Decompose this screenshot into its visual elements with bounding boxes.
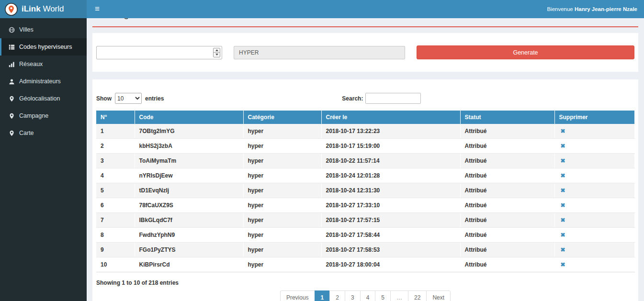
- page-size-select[interactable]: 10: [115, 93, 142, 104]
- cell-created: 2018-10-17 15:19:00: [321, 139, 460, 154]
- cell-category: hyper: [243, 243, 321, 257]
- cell-status: Attribué: [460, 139, 554, 154]
- cell-delete: ✖: [554, 154, 634, 168]
- main-content: Codes générés Generate Show 10 entries S…: [87, 0, 644, 301]
- cell-code: FwdhzYphN9: [135, 228, 243, 243]
- table-row: 3ToAiMymaTmhyper2018-10-22 11:57:14Attri…: [96, 154, 634, 168]
- cell-created: 2018-10-27 18:00:04: [321, 257, 460, 272]
- pagination-page-22[interactable]: 22: [408, 290, 427, 301]
- delete-icon[interactable]: ✖: [559, 187, 565, 194]
- delete-icon[interactable]: ✖: [559, 202, 565, 209]
- pagination-page-2[interactable]: 2: [329, 290, 345, 301]
- sidebar-item-villes[interactable]: Villes: [0, 21, 87, 38]
- title-divider: [92, 26, 638, 27]
- pagination-previous[interactable]: Previous: [280, 290, 315, 301]
- sidebar-item-carte[interactable]: Carte: [0, 124, 87, 142]
- search-input[interactable]: [365, 93, 421, 104]
- column-header-categorie[interactable]: Catégorie: [243, 111, 321, 124]
- cell-code: tD1EvqNzIj: [135, 183, 243, 198]
- table-row: 7IBkGLqdC7fhyper2018-10-27 17:57:15Attri…: [96, 213, 634, 228]
- quantity-input[interactable]: [96, 46, 222, 59]
- delete-icon[interactable]: ✖: [559, 261, 565, 268]
- table-row: 9FGo1PyZTYShyper2018-10-27 17:58:53Attri…: [96, 243, 634, 257]
- stepper-up-icon[interactable]: [214, 48, 220, 53]
- pagination-page-1[interactable]: 1: [315, 290, 330, 301]
- cell-category: hyper: [243, 198, 321, 213]
- cell-category: hyper: [243, 139, 321, 154]
- table-row: 17OBtg2lmYGhyper2018-10-17 13:22:23Attri…: [96, 124, 634, 139]
- delete-icon[interactable]: ✖: [559, 217, 565, 223]
- column-header-n-[interactable]: N°: [96, 111, 135, 124]
- generate-button[interactable]: Generate: [417, 45, 634, 59]
- cell-code: 78fCaUXZ9S: [135, 198, 243, 213]
- category-field[interactable]: [234, 46, 405, 59]
- delete-icon[interactable]: ✖: [559, 246, 565, 253]
- user-menu[interactable]: Bienvenue Hanry Jean-pierre Nzale: [547, 6, 644, 12]
- hamburger-icon[interactable]: ≡: [87, 0, 108, 18]
- pagination-page-5[interactable]: 5: [375, 290, 391, 301]
- sidebar-item-administrateurs[interactable]: Administrateurs: [0, 73, 87, 90]
- search-label: Search:: [342, 95, 363, 102]
- cell-created: 2018-10-22 11:57:14: [321, 154, 460, 168]
- delete-icon[interactable]: ✖: [559, 232, 565, 238]
- cell-category: hyper: [243, 183, 321, 198]
- cell-number: 7: [96, 213, 135, 228]
- cell-delete: ✖: [554, 168, 634, 183]
- delete-icon[interactable]: ✖: [559, 143, 565, 149]
- cell-category: hyper: [243, 168, 321, 183]
- cell-status: Attribué: [460, 198, 554, 213]
- sidebar-item-geolocalisation[interactable]: Géolocalisation: [0, 90, 87, 107]
- cell-created: 2018-10-27 17:33:10: [321, 198, 460, 213]
- stepper-arrows[interactable]: [213, 48, 220, 57]
- app-logo-icon: [5, 3, 18, 16]
- map-marker-icon: [8, 113, 15, 119]
- cell-code: IBkGLqdC7f: [135, 213, 243, 228]
- delete-icon[interactable]: ✖: [559, 157, 565, 164]
- column-header-code[interactable]: Code: [135, 111, 243, 124]
- table-controls: Show 10 entries Search:: [96, 93, 634, 104]
- map-marker-icon: [8, 96, 15, 102]
- pagination-page-3[interactable]: 3: [345, 290, 361, 301]
- cell-created: 2018-10-17 13:22:23: [321, 124, 460, 139]
- cell-category: hyper: [243, 124, 321, 139]
- sidebar-item-reseaux[interactable]: Réseaux: [0, 56, 87, 73]
- cell-created: 2018-10-27 17:58:53: [321, 243, 460, 257]
- sidebar: VillesCodes hyperviseursRéseauxAdministr…: [0, 18, 87, 301]
- cell-created: 2018-10-24 12:01:28: [321, 168, 460, 183]
- sidebar-item-label: Administrateurs: [19, 78, 61, 85]
- cell-status: Attribué: [460, 124, 554, 139]
- cell-number: 8: [96, 228, 135, 243]
- navbar: ≡ Bienvenue Hanry Jean-pierre Nzale: [87, 0, 644, 18]
- cell-code: kbHS2j3zbA: [135, 139, 243, 154]
- table-row: 4nYRIsDjEewhyper2018-10-24 12:01:28Attri…: [96, 168, 634, 183]
- quantity-stepper: [96, 46, 222, 59]
- search-control: Search:: [342, 93, 421, 104]
- brand-logo[interactable]: iLink World: [0, 0, 87, 18]
- cell-number: 9: [96, 243, 135, 257]
- globe-icon: [8, 27, 15, 33]
- column-header-creer-le[interactable]: Créer le: [321, 111, 460, 124]
- sidebar-item-label: Géolocalisation: [19, 95, 60, 102]
- delete-icon[interactable]: ✖: [559, 172, 565, 179]
- column-header-statut[interactable]: Statut: [460, 111, 554, 124]
- sidebar-item-campagne[interactable]: Campagne: [0, 107, 87, 124]
- cell-code: FGo1PyZTYS: [135, 243, 243, 257]
- app-title: iLink World: [22, 4, 64, 14]
- table-header-row: N°CodeCatégorieCréer leStatutSupprimer: [96, 111, 634, 124]
- sidebar-menu: VillesCodes hyperviseursRéseauxAdministr…: [0, 18, 87, 142]
- stepper-down-icon[interactable]: [214, 52, 220, 57]
- cell-delete: ✖: [554, 228, 634, 243]
- bar-chart-icon: [8, 61, 15, 67]
- topbar: iLink World ≡ Bienvenue Hanry Jean-pierr…: [0, 0, 644, 18]
- cell-delete: ✖: [554, 257, 634, 272]
- table-row: 8FwdhzYphN9hyper2018-10-27 17:58:44Attri…: [96, 228, 634, 243]
- pagination-next[interactable]: Next: [426, 290, 451, 301]
- column-header-supprimer[interactable]: Supprimer: [554, 111, 634, 124]
- cell-status: Attribué: [460, 154, 554, 168]
- sidebar-item-codes-hyperviseurs[interactable]: Codes hyperviseurs: [0, 38, 87, 56]
- delete-icon[interactable]: ✖: [559, 128, 565, 134]
- pagination-page-4[interactable]: 4: [360, 290, 376, 301]
- cell-number: 5: [96, 183, 135, 198]
- cell-delete: ✖: [554, 183, 634, 198]
- cell-status: Attribué: [460, 243, 554, 257]
